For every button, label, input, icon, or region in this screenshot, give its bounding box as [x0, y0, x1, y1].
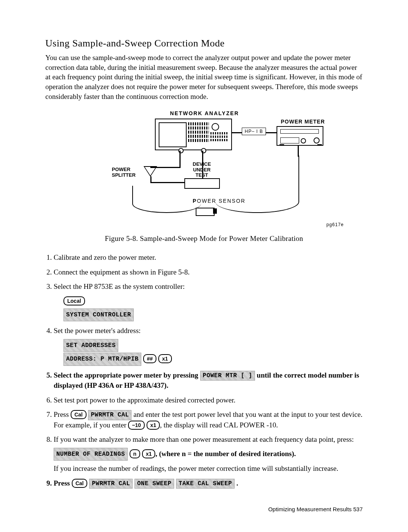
set-addresses-softkey: SET ADDRESSES	[63, 339, 118, 352]
intro-paragraph: You can use the sample-and-sweep mode to…	[45, 53, 363, 101]
power-sensor-box	[196, 208, 215, 216]
power-splitter-label: POWER SPLITTER	[112, 167, 136, 178]
procedure-list: Calibrate and zero the power meter. Conn…	[45, 253, 363, 489]
wire-to-pm	[298, 145, 299, 157]
power-meter-feet	[278, 144, 323, 146]
page-footer: Optimizing Measurement Results 537	[45, 506, 363, 512]
page: Using Sample-and-Sweep Correction Mode Y…	[0, 0, 408, 532]
address-pmtr-softkey: ADDRESS: P MTR/HPIB	[63, 353, 141, 365]
x1-hardkey-3: x1	[142, 449, 156, 458]
step-8: If you want the analyzer to make more th…	[54, 435, 363, 474]
one-sweep-softkey: ONE SWEEP	[134, 479, 174, 489]
x1-hardkey-2: x1	[147, 421, 160, 430]
step-9-period: .	[235, 479, 238, 487]
power-meter-box	[277, 126, 323, 146]
na-screen	[159, 122, 187, 147]
dut-label: DEVICE UNDER TEST	[193, 162, 211, 178]
step-9: Press Cal PWRMTR CAL ONE SWEEP TAKE CAL …	[54, 478, 363, 489]
na-buttons-left	[188, 122, 209, 146]
na-buttons-right	[210, 132, 227, 146]
step-8-text-b: , (where n = the number of desired itera…	[155, 450, 296, 458]
step-4-text: Set the power meter's address:	[54, 327, 141, 335]
x1-hardkey: x1	[158, 354, 172, 363]
pwrmtr-cal-softkey: PWRMTR CAL	[88, 410, 131, 420]
na-knob	[212, 123, 219, 131]
cal-hardkey-2: Cal	[72, 479, 88, 488]
network-analyzer-box	[155, 119, 232, 150]
step-7-text-c: , the display will read CAL POWER -10.	[160, 421, 278, 429]
pwrmtr-cal-softkey-2: PWRMTR CAL	[89, 479, 133, 489]
minus10-hardkey: −10	[128, 421, 145, 430]
step-5: Select the appropriate power meter by pr…	[54, 370, 363, 391]
step-9-text-a: Press	[54, 479, 72, 487]
step-2: Connect the equipment as shown in Figure…	[54, 267, 363, 278]
cable-arc-right	[215, 156, 299, 213]
section-heading: Using Sample-and-Sweep Correction Mode	[45, 38, 363, 49]
step-3: Select the HP 8753E as the system contro…	[54, 282, 363, 321]
step-5-text-a: Select the appropriate power meter by pr…	[54, 371, 200, 379]
step-7-text-a: Press	[54, 410, 71, 418]
step-1: Calibrate and zero the power meter.	[54, 253, 363, 263]
local-hardkey: Local	[63, 296, 85, 305]
step-4: Set the power meter's address: SET ADDRE…	[54, 326, 363, 365]
cal-hardkey: Cal	[71, 410, 87, 419]
network-analyzer-label: NETWORK ANALYZER	[170, 110, 239, 116]
step-8-text-a: If you want the analyzer to make more th…	[54, 435, 354, 443]
numpad-hash-hardkey: ##	[143, 354, 157, 363]
figure-caption: Figure 5-8. Sample-and-Sweep Mode for Po…	[45, 234, 363, 243]
hpib-label: HP– I B	[242, 128, 266, 135]
power-sensor-tip	[213, 208, 217, 214]
step-8-note: If you increase the number of readings, …	[54, 464, 363, 474]
system-controller-softkey: SYSTEM CONTROLLER	[63, 308, 134, 321]
wire-na-to-splitter-h	[150, 167, 181, 168]
diagram-svg: NETWORK ANALYZER HP– I B POWER METER	[98, 110, 310, 224]
power-mtr-softkey: POWER MTR [ ]	[200, 371, 255, 381]
cable-arc-left	[132, 186, 201, 213]
step-7: Press Cal PWRMTR CAL and enter the test …	[54, 410, 363, 430]
figure-5-8: NETWORK ANALYZER HP– I B POWER METER	[45, 110, 363, 225]
figure-ref-code: pg617e	[326, 222, 344, 227]
step-6: Set test port power to the approximate d…	[54, 395, 363, 406]
number-of-readings-softkey: NUMBER OF READINGS	[54, 448, 128, 461]
step-3-text: Select the HP 8753E as the system contro…	[54, 282, 185, 290]
n-hardkey: n	[130, 449, 141, 458]
take-cal-sweep-softkey: TAKE CAL SWEEP	[176, 479, 235, 489]
power-meter-label: POWER METER	[281, 119, 325, 125]
wire-splitter-to-dut	[150, 182, 184, 183]
wire-na-to-splitter-v	[179, 151, 181, 168]
